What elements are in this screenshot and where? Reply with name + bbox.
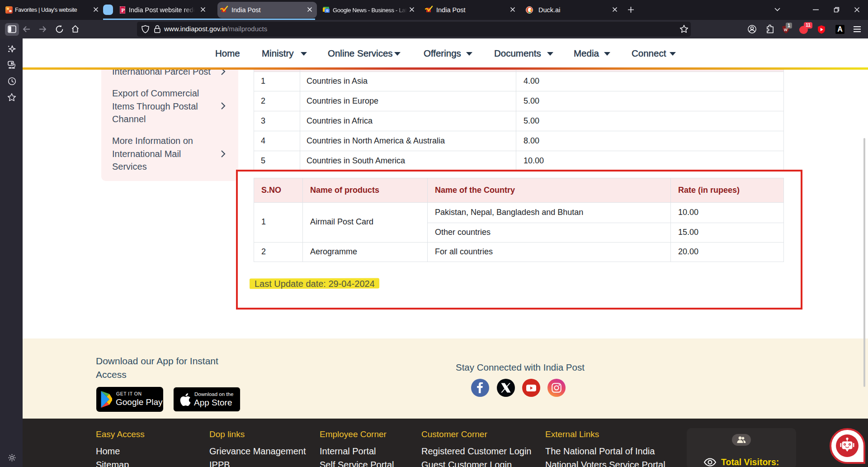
svg-text:G: G	[326, 9, 329, 12]
